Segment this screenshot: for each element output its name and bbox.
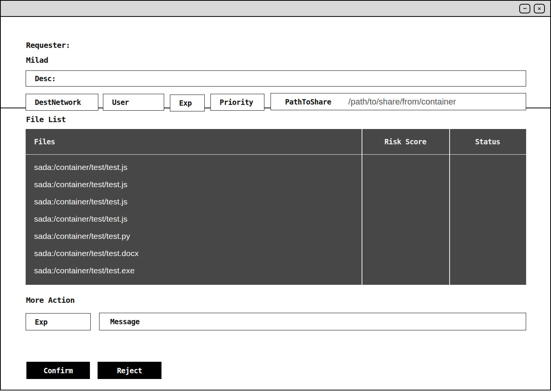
more-action-exp-field[interactable]: Exp <box>26 313 91 330</box>
priority-field[interactable]: Priority <box>210 94 264 111</box>
column-divider <box>362 129 362 285</box>
app-window: − ✕ Requester: Milad Desc: DestNetwork U… <box>0 0 551 390</box>
table-row[interactable]: sada:/container/test/test.js <box>26 193 526 210</box>
user-label: User <box>112 98 129 106</box>
file-path-cell: sada:/container/test/test.exe <box>26 266 362 275</box>
table-row[interactable]: sada:/container/test/test.js <box>26 176 526 193</box>
path-to-share-value: /path/to/share/from/container <box>348 97 456 107</box>
file-table: Files Risk Score Status sada:/container/… <box>26 129 526 285</box>
table-row[interactable]: sada:/container/test/test.py <box>26 227 526 245</box>
column-divider <box>449 129 450 285</box>
file-path-cell: sada:/container/test/test.js <box>26 163 362 172</box>
message-label: Message <box>110 317 140 326</box>
file-list-title: File List <box>26 115 66 124</box>
requester-label: Requester: <box>26 41 70 50</box>
dest-network-label: DestNetwork <box>35 98 81 106</box>
path-to-share-label: PathToShare <box>285 98 331 106</box>
file-path-cell: sada:/container/test/test.js <box>26 214 362 224</box>
column-header-files: Files <box>26 129 362 154</box>
request-form-section: Requester: Milad Desc: DestNetwork User … <box>1 18 550 108</box>
titlebar: − ✕ <box>1 1 550 17</box>
user-field[interactable]: User <box>103 94 164 111</box>
confirm-button[interactable]: Confirm <box>26 362 90 379</box>
close-button[interactable]: ✕ <box>534 4 545 13</box>
file-path-cell: sada:/container/test/test.js <box>26 180 362 189</box>
minimize-button[interactable]: − <box>519 4 530 13</box>
more-action-exp-label: Exp <box>35 318 47 326</box>
close-icon: ✕ <box>538 6 541 11</box>
table-row[interactable]: sada:/container/test/test.exe <box>26 262 526 279</box>
desc-field-label: Desc: <box>35 74 56 83</box>
file-path-cell: sada:/container/test/test.js <box>26 197 362 206</box>
priority-label: Priority <box>220 98 253 106</box>
file-table-header: Files Risk Score Status <box>26 129 526 155</box>
table-row[interactable]: sada:/container/test/test.js <box>26 210 526 227</box>
column-header-risk-score: Risk Score <box>362 129 449 154</box>
file-table-body: sada:/container/test/test.js sada:/conta… <box>26 155 526 285</box>
table-row[interactable]: sada:/container/test/test.js <box>26 158 526 176</box>
message-field[interactable]: Message <box>99 313 526 330</box>
exp-label: Exp <box>179 99 192 107</box>
file-path-cell: sada:/container/test/test.py <box>26 232 362 241</box>
file-path-cell: sada:/container/test/test.docx <box>26 249 362 258</box>
more-action-title: More Action <box>26 296 75 305</box>
path-to-share-field[interactable]: PathToShare /path/to/share/from/containe… <box>271 93 526 110</box>
reject-button[interactable]: Reject <box>98 362 161 379</box>
dest-network-field[interactable]: DestNetwork <box>26 94 98 111</box>
table-row[interactable]: sada:/container/test/test.docx <box>26 245 526 262</box>
requester-name: Milad <box>26 56 48 65</box>
exp-field[interactable]: Exp <box>170 95 205 111</box>
minimize-icon: − <box>523 6 527 11</box>
desc-field[interactable]: Desc: <box>26 70 526 87</box>
column-header-status: Status <box>449 129 526 154</box>
